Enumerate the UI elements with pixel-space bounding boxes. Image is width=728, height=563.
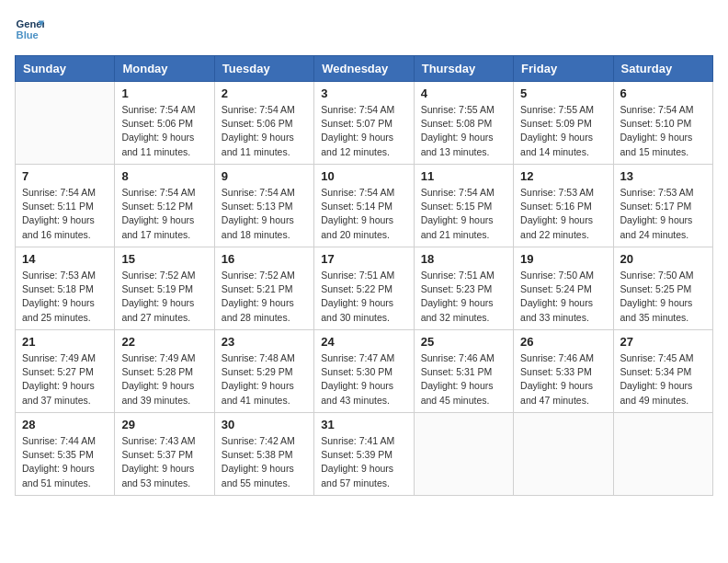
calendar-cell: 16Sunrise: 7:52 AMSunset: 5:21 PMDayligh… xyxy=(214,247,313,330)
day-info: Sunrise: 7:54 AMSunset: 5:06 PMDaylight:… xyxy=(222,103,307,159)
day-number: 18 xyxy=(421,252,506,266)
day-number: 26 xyxy=(520,335,606,349)
day-number: 17 xyxy=(321,252,406,266)
day-info: Sunrise: 7:54 AMSunset: 5:10 PMDaylight:… xyxy=(620,103,706,159)
calendar-cell: 23Sunrise: 7:48 AMSunset: 5:29 PMDayligh… xyxy=(214,330,313,413)
calendar-cell: 18Sunrise: 7:51 AMSunset: 5:23 PMDayligh… xyxy=(414,247,513,330)
svg-text:General: General xyxy=(17,18,44,29)
day-number: 7 xyxy=(22,169,108,183)
day-number: 29 xyxy=(121,418,207,431)
calendar-cell: 24Sunrise: 7:47 AMSunset: 5:30 PMDayligh… xyxy=(314,330,414,413)
calendar-cell: 25Sunrise: 7:46 AMSunset: 5:31 PMDayligh… xyxy=(414,330,513,413)
calendar-cell: 12Sunrise: 7:53 AMSunset: 5:16 PMDayligh… xyxy=(514,165,613,247)
weekday-header-thursday: Thursday xyxy=(414,56,513,82)
calendar-cell: 15Sunrise: 7:52 AMSunset: 5:19 PMDayligh… xyxy=(115,247,214,330)
calendar-cell: 1Sunrise: 7:54 AMSunset: 5:06 PMDaylight… xyxy=(115,82,214,165)
day-number: 10 xyxy=(321,169,406,183)
day-info: Sunrise: 7:46 AMSunset: 5:31 PMDaylight:… xyxy=(421,351,506,408)
calendar-cell xyxy=(514,413,613,496)
day-info: Sunrise: 7:54 AMSunset: 5:14 PMDaylight:… xyxy=(321,186,406,242)
calendar-cell: 6Sunrise: 7:54 AMSunset: 5:10 PMDaylight… xyxy=(613,82,712,165)
calendar-cell: 13Sunrise: 7:53 AMSunset: 5:17 PMDayligh… xyxy=(613,165,712,247)
calendar-cell: 30Sunrise: 7:42 AMSunset: 5:38 PMDayligh… xyxy=(214,413,313,496)
weekday-header-tuesday: Tuesday xyxy=(214,56,313,82)
day-info: Sunrise: 7:54 AMSunset: 5:12 PMDaylight:… xyxy=(121,186,207,242)
day-info: Sunrise: 7:51 AMSunset: 5:23 PMDaylight:… xyxy=(421,269,506,325)
calendar-cell xyxy=(16,82,115,165)
page-header: General Blue xyxy=(15,15,713,44)
calendar-cell: 22Sunrise: 7:49 AMSunset: 5:28 PMDayligh… xyxy=(115,330,214,413)
day-info: Sunrise: 7:54 AMSunset: 5:13 PMDaylight:… xyxy=(222,186,307,242)
day-info: Sunrise: 7:55 AMSunset: 5:09 PMDaylight:… xyxy=(520,103,606,159)
calendar-cell: 9Sunrise: 7:54 AMSunset: 5:13 PMDaylight… xyxy=(214,165,313,247)
calendar-cell: 19Sunrise: 7:50 AMSunset: 5:24 PMDayligh… xyxy=(514,247,613,330)
day-info: Sunrise: 7:53 AMSunset: 5:16 PMDaylight:… xyxy=(520,186,606,242)
weekday-header-row: SundayMondayTuesdayWednesdayThursdayFrid… xyxy=(16,56,713,82)
day-number: 1 xyxy=(121,86,207,100)
day-number: 9 xyxy=(222,169,307,183)
day-info: Sunrise: 7:53 AMSunset: 5:17 PMDaylight:… xyxy=(620,186,706,242)
week-row-2: 14Sunrise: 7:53 AMSunset: 5:18 PMDayligh… xyxy=(16,247,713,330)
day-number: 3 xyxy=(321,86,406,100)
day-info: Sunrise: 7:44 AMSunset: 5:35 PMDaylight:… xyxy=(22,434,108,490)
calendar-cell: 20Sunrise: 7:50 AMSunset: 5:25 PMDayligh… xyxy=(613,247,712,330)
weekday-header-monday: Monday xyxy=(115,56,214,82)
weekday-header-wednesday: Wednesday xyxy=(314,56,414,82)
weekday-header-friday: Friday xyxy=(514,56,613,82)
calendar-table: SundayMondayTuesdayWednesdayThursdayFrid… xyxy=(15,55,713,496)
day-number: 20 xyxy=(620,252,706,266)
week-row-4: 28Sunrise: 7:44 AMSunset: 5:35 PMDayligh… xyxy=(16,413,713,496)
day-number: 28 xyxy=(22,418,108,431)
week-row-3: 21Sunrise: 7:49 AMSunset: 5:27 PMDayligh… xyxy=(16,330,713,413)
calendar-cell: 4Sunrise: 7:55 AMSunset: 5:08 PMDaylight… xyxy=(414,82,513,165)
calendar-cell: 10Sunrise: 7:54 AMSunset: 5:14 PMDayligh… xyxy=(314,165,414,247)
calendar-cell xyxy=(414,413,513,496)
day-number: 22 xyxy=(121,335,207,349)
logo: General Blue xyxy=(15,15,44,44)
day-number: 21 xyxy=(22,335,108,349)
day-number: 5 xyxy=(520,86,606,100)
day-number: 4 xyxy=(421,86,506,100)
day-info: Sunrise: 7:50 AMSunset: 5:25 PMDaylight:… xyxy=(620,269,706,325)
day-info: Sunrise: 7:49 AMSunset: 5:28 PMDaylight:… xyxy=(121,351,207,408)
weekday-header-sunday: Sunday xyxy=(16,56,115,82)
day-number: 15 xyxy=(121,252,207,266)
day-number: 27 xyxy=(620,335,706,349)
calendar-cell: 14Sunrise: 7:53 AMSunset: 5:18 PMDayligh… xyxy=(16,247,115,330)
day-number: 25 xyxy=(421,335,506,349)
day-info: Sunrise: 7:45 AMSunset: 5:34 PMDaylight:… xyxy=(620,351,706,408)
day-info: Sunrise: 7:42 AMSunset: 5:38 PMDaylight:… xyxy=(222,434,307,490)
day-number: 14 xyxy=(22,252,108,266)
day-number: 13 xyxy=(620,169,706,183)
calendar-cell: 8Sunrise: 7:54 AMSunset: 5:12 PMDaylight… xyxy=(115,165,214,247)
day-number: 8 xyxy=(121,169,207,183)
calendar-cell: 7Sunrise: 7:54 AMSunset: 5:11 PMDaylight… xyxy=(16,165,115,247)
day-info: Sunrise: 7:47 AMSunset: 5:30 PMDaylight:… xyxy=(321,351,406,408)
logo-icon: General Blue xyxy=(15,15,44,44)
day-number: 11 xyxy=(421,169,506,183)
day-info: Sunrise: 7:46 AMSunset: 5:33 PMDaylight:… xyxy=(520,351,606,408)
day-info: Sunrise: 7:49 AMSunset: 5:27 PMDaylight:… xyxy=(22,351,108,408)
calendar-cell: 28Sunrise: 7:44 AMSunset: 5:35 PMDayligh… xyxy=(16,413,115,496)
day-info: Sunrise: 7:51 AMSunset: 5:22 PMDaylight:… xyxy=(321,269,406,325)
calendar-cell: 29Sunrise: 7:43 AMSunset: 5:37 PMDayligh… xyxy=(115,413,214,496)
day-number: 12 xyxy=(520,169,606,183)
calendar-cell: 2Sunrise: 7:54 AMSunset: 5:06 PMDaylight… xyxy=(214,82,313,165)
calendar-cell: 26Sunrise: 7:46 AMSunset: 5:33 PMDayligh… xyxy=(514,330,613,413)
day-info: Sunrise: 7:41 AMSunset: 5:39 PMDaylight:… xyxy=(321,434,406,490)
day-number: 23 xyxy=(222,335,307,349)
day-info: Sunrise: 7:50 AMSunset: 5:24 PMDaylight:… xyxy=(520,269,606,325)
day-number: 19 xyxy=(520,252,606,266)
day-number: 6 xyxy=(620,86,706,100)
day-info: Sunrise: 7:52 AMSunset: 5:21 PMDaylight:… xyxy=(222,269,307,325)
weekday-header-saturday: Saturday xyxy=(613,56,712,82)
calendar-cell: 17Sunrise: 7:51 AMSunset: 5:22 PMDayligh… xyxy=(314,247,414,330)
day-info: Sunrise: 7:52 AMSunset: 5:19 PMDaylight:… xyxy=(121,269,207,325)
week-row-0: 1Sunrise: 7:54 AMSunset: 5:06 PMDaylight… xyxy=(16,82,713,165)
day-number: 16 xyxy=(222,252,307,266)
day-info: Sunrise: 7:54 AMSunset: 5:15 PMDaylight:… xyxy=(421,186,506,242)
calendar-cell xyxy=(613,413,712,496)
day-info: Sunrise: 7:48 AMSunset: 5:29 PMDaylight:… xyxy=(222,351,307,408)
calendar-cell: 5Sunrise: 7:55 AMSunset: 5:09 PMDaylight… xyxy=(514,82,613,165)
day-number: 2 xyxy=(222,86,307,100)
